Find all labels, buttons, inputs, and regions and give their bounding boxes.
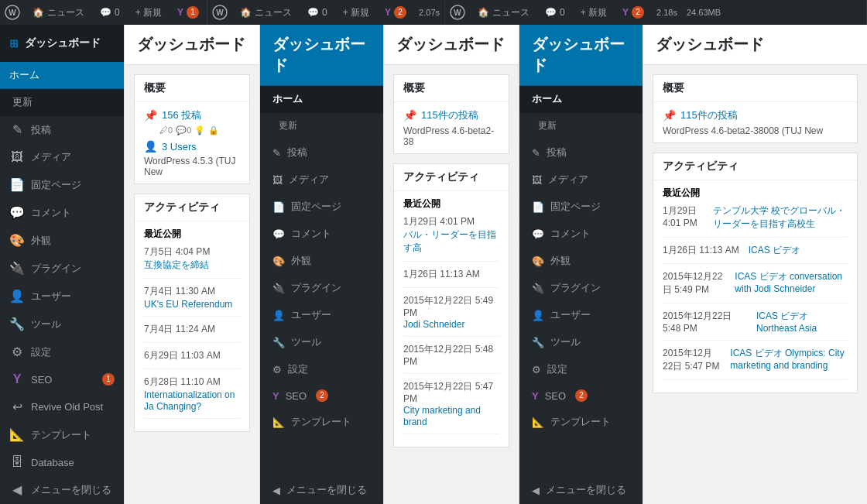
activity-item-1-2: 7月4日 11:24 AM bbox=[144, 323, 240, 343]
comments-3[interactable]: 💬 0 bbox=[537, 0, 573, 25]
sidebar-tools[interactable]: 🔧 ツール bbox=[0, 310, 124, 338]
comments-icon: 💬 bbox=[9, 205, 25, 220]
panel-2-settings[interactable]: ⚙ 設定 bbox=[260, 356, 383, 383]
p2-users-icon: 👤 bbox=[272, 310, 285, 321]
panel-4-appearance[interactable]: 🎨 外観 bbox=[519, 248, 643, 275]
panel-4-seo[interactable]: Y SEO 2 bbox=[519, 383, 643, 409]
panel-4-tools[interactable]: 🔧 ツール bbox=[519, 329, 643, 356]
panel-4-media[interactable]: 🖼 メディア bbox=[519, 166, 643, 194]
panel-2-update[interactable]: 更新 bbox=[260, 113, 383, 139]
p4-pages-icon: 📄 bbox=[532, 201, 544, 213]
yoast-3[interactable]: Y 2 bbox=[615, 0, 652, 25]
panel-2-users[interactable]: 👤 ユーザー bbox=[260, 302, 383, 329]
mem-usage-3: 24.63MB bbox=[682, 8, 725, 17]
timing-3: 2.18s bbox=[652, 8, 682, 17]
panel-2-posts[interactable]: ✎ 投稿 bbox=[260, 139, 383, 166]
wp-logo-3[interactable]: W bbox=[445, 0, 470, 25]
panel-4-template[interactable]: 📐 テンプレート bbox=[519, 409, 643, 436]
sidebar-home[interactable]: ホーム bbox=[0, 62, 124, 89]
sidebar-posts[interactable]: ✎ 投稿 bbox=[0, 116, 124, 144]
panel-4-posts[interactable]: ✎ 投稿 bbox=[519, 139, 643, 166]
summary-content-1: 📌 156 投稿 🖊0 💬0 💡 🔒 👤 3 Users bbox=[135, 102, 249, 183]
panel-2-appearance[interactable]: 🎨 外観 bbox=[260, 248, 383, 275]
panel-4-header: ダッシュボード bbox=[519, 25, 643, 86]
p4-comments-icon: 💬 bbox=[532, 228, 544, 240]
panel-2-home[interactable]: ホーム bbox=[260, 86, 383, 113]
activity-item-5-2: 2015年12月22日 5:49 PM ICAS ビデオ conversatio… bbox=[663, 270, 848, 303]
p2-settings-icon: ⚙ bbox=[272, 364, 282, 375]
panel-4-pages[interactable]: 📄 固定ページ bbox=[519, 194, 643, 221]
activity-content-5: 最近公開 1月29日 4:01 PM テンプル大学 校でグローバル・リーダーを目… bbox=[653, 180, 857, 393]
comments-1[interactable]: 💬 0 bbox=[92, 0, 128, 25]
settings-icon: ⚙ bbox=[9, 345, 25, 359]
home-icon-2: 🏠 bbox=[240, 7, 252, 18]
comment-icon-3: 💬 bbox=[545, 7, 557, 18]
activity-item-5-1: 1月26日 11:13 AM ICAS ビデオ bbox=[663, 244, 848, 264]
site-name-3[interactable]: 🏠 ニュース bbox=[470, 0, 537, 25]
panel-4-comments[interactable]: 💬 コメント bbox=[519, 221, 643, 248]
panel-4-users[interactable]: 👤 ユーザー bbox=[519, 302, 643, 329]
posts-link-1[interactable]: 156 投稿 bbox=[162, 108, 201, 122]
recent-pub-1: 最近公開 bbox=[144, 228, 240, 241]
wp-logo-2[interactable]: W bbox=[207, 0, 232, 25]
sidebar-appearance[interactable]: 🎨 外観 bbox=[0, 227, 124, 255]
sidebar-comments[interactable]: 💬 コメント bbox=[0, 199, 124, 227]
site-name-2[interactable]: 🏠 ニュース bbox=[232, 0, 300, 25]
activity-item-3-3: 2015年12月22日 5:48 PM bbox=[403, 343, 499, 374]
wp-logo-1[interactable]: W bbox=[0, 0, 25, 25]
panel-2-seo[interactable]: Y SEO 2 bbox=[260, 383, 383, 409]
sidebar-seo[interactable]: Y SEO 1 bbox=[0, 366, 124, 393]
posts-icon: ✎ bbox=[9, 122, 25, 137]
wp-version-1: WordPress 4.5.3 (TUJ New bbox=[144, 156, 240, 177]
comment-icon-1: 💬 bbox=[100, 7, 111, 18]
new-post-2[interactable]: + 新規 bbox=[335, 0, 377, 25]
yoast-1[interactable]: Y 1 bbox=[170, 0, 207, 25]
icon-row-1: 🖊0 💬0 💡 🔒 bbox=[159, 125, 240, 135]
panel-4-settings[interactable]: ⚙ 設定 bbox=[519, 356, 643, 383]
new-post-3[interactable]: + 新規 bbox=[573, 0, 615, 25]
recent-pub-5: 最近公開 bbox=[663, 187, 848, 200]
p2-pages-icon: 📄 bbox=[272, 201, 285, 213]
sidebar-media[interactable]: 🖼 メディア bbox=[0, 144, 124, 171]
yoast-2[interactable]: Y 2 bbox=[377, 0, 414, 25]
sidebar-pages[interactable]: 📄 固定ページ bbox=[0, 171, 124, 199]
panel-2-comments[interactable]: 💬 コメント bbox=[260, 221, 383, 248]
pin-icon-1: 📌 bbox=[144, 109, 157, 122]
panel-4-plugins[interactable]: 🔌 プラグイン bbox=[519, 275, 643, 302]
panel-2-header: ダッシュボード bbox=[260, 25, 383, 86]
sidebar-revive-old-post[interactable]: ↩ Revive Old Post bbox=[0, 393, 124, 421]
panel-4-close[interactable]: ◀ メニューを閉じる bbox=[519, 477, 643, 504]
p2-close-icon: ◀ bbox=[272, 485, 280, 496]
sidebar-database[interactable]: 🗄 Database bbox=[0, 449, 124, 476]
sidebar-settings[interactable]: ⚙ 設定 bbox=[0, 338, 124, 366]
comments-2[interactable]: 💬 0 bbox=[300, 0, 335, 25]
database-icon: 🗄 bbox=[9, 455, 25, 469]
activity-item-1-0: 7月5日 4:04 PM 互換協定を締結 bbox=[144, 245, 240, 279]
home-icon-3: 🏠 bbox=[478, 7, 489, 18]
users-link-1[interactable]: 3 Users bbox=[162, 141, 197, 153]
panel-2-plugins[interactable]: 🔌 プラグイン bbox=[260, 275, 383, 302]
p2-tools-icon: 🔧 bbox=[272, 337, 285, 348]
p4-settings-icon: ⚙ bbox=[532, 364, 541, 375]
p2-appearance-icon: 🎨 bbox=[272, 255, 285, 267]
p4-media-icon: 🖼 bbox=[532, 174, 542, 186]
sidebar-template[interactable]: 📐 テンプレート bbox=[0, 421, 124, 449]
panel-2-tools[interactable]: 🔧 ツール bbox=[260, 329, 383, 356]
new-post-1[interactable]: + 新規 bbox=[128, 0, 170, 25]
sidebar-update[interactable]: 更新 bbox=[0, 89, 124, 116]
site-name-1[interactable]: 🏠 ニュース bbox=[25, 0, 92, 25]
p4-template-icon: 📐 bbox=[532, 417, 544, 428]
posts-link-3[interactable]: 115件の投稿 bbox=[421, 108, 478, 122]
panel-2-template[interactable]: 📐 テンプレート bbox=[260, 409, 383, 436]
sidebar-plugins[interactable]: 🔌 プラグイン bbox=[0, 255, 124, 283]
panel-2-pages[interactable]: 📄 固定ページ bbox=[260, 194, 383, 221]
panel-4-home[interactable]: ホーム bbox=[519, 86, 643, 113]
panel-2-media[interactable]: 🖼 メディア bbox=[260, 166, 383, 194]
posts-link-5[interactable]: 115件の投稿 bbox=[680, 108, 738, 122]
panel-2-close[interactable]: ◀ メニューを閉じる bbox=[260, 477, 383, 504]
sidebar-collapse[interactable]: ◀ メニューを閉じる bbox=[0, 476, 124, 504]
sidebar-users[interactable]: 👤 ユーザー bbox=[0, 283, 124, 310]
panel-4-update[interactable]: 更新 bbox=[519, 113, 643, 139]
svg-text:W: W bbox=[454, 9, 461, 17]
home-icon-1: 🏠 bbox=[33, 7, 44, 18]
